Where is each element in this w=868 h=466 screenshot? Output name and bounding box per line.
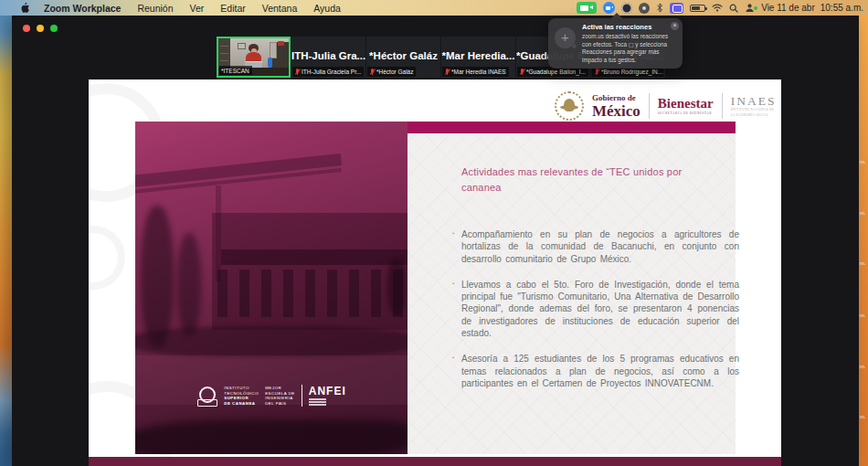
muted-mic-icon — [294, 69, 300, 76]
tooltip-close-icon[interactable]: × — [671, 22, 679, 30]
slide-accent-bar — [408, 122, 736, 133]
background-text-fragment: m. — [860, 364, 866, 369]
search-icon[interactable] — [729, 4, 738, 13]
shared-screen-slide: Gobierno de México Bienestar SECRETARÍA … — [89, 79, 781, 466]
video-active-indicator-icon[interactable] — [577, 2, 597, 14]
desktop-wallpaper-left — [0, 0, 12, 466]
desktop-wallpaper-right: m. m. m. m. m. m. — [859, 16, 868, 466]
award-text-line: INGENIERÍA — [265, 396, 295, 401]
gobierno-de-label: Gobierno de — [592, 94, 640, 102]
user-switch-icon[interactable] — [745, 3, 755, 13]
participant-display-name: *Mar Heredia... — [441, 50, 515, 61]
bluetooth-icon[interactable] — [656, 3, 663, 13]
bienestar-subtitle: SECRETARÍA DE BIENESTAR — [658, 112, 714, 116]
slide-bullet: Llevamos a cabo el 5to. Foro de Investig… — [461, 279, 739, 339]
tooltip-body: zoom.us desactivó las reacciones con efe… — [582, 33, 673, 64]
slide-title: Actividades mas relevantes de “TEC unido… — [461, 164, 712, 196]
background-text-fragment: m. — [860, 414, 866, 419]
menu-ayuda[interactable]: Ayuda — [313, 3, 341, 14]
menu-ver[interactable]: Ver — [190, 3, 205, 14]
participant-tile-active[interactable]: *ITESCAN — [217, 37, 291, 78]
participant-display-name: ITH-Julia Gra... — [291, 50, 365, 61]
participant-tile[interactable]: *Héctor Galáz *Héctor Galáz — [366, 37, 440, 78]
inaes-subtitle-line1: INSTITUTO NACIONAL DE — [731, 109, 777, 111]
tooltip-title: Activa las reacciones — [582, 23, 675, 31]
record-status-icon[interactable] — [621, 3, 632, 14]
menu-editar[interactable]: Editar — [220, 3, 245, 14]
participant-name-label: *Mar Heredia INAES — [451, 69, 506, 75]
award-text-line: DEL PAÍS — [265, 401, 295, 407]
battery-icon[interactable] — [690, 5, 705, 12]
participant-tile[interactable]: ITH-Julia Gra... ITH-Julia Graciela Pr..… — [291, 37, 365, 78]
menu-reunion[interactable]: Reunión — [137, 3, 173, 14]
background-text-fragment: m. — [860, 260, 866, 266]
participant-display-name: *Héctor Galáz — [366, 50, 440, 61]
header-divider — [722, 93, 723, 119]
muted-mic-icon — [444, 69, 450, 76]
macos-menu-bar: Zoom Workplace Reunión Ver Editar Ventan… — [0, 0, 868, 16]
participant-name-label: *Bruno Rodríguez_IN... — [601, 69, 662, 75]
muted-mic-icon — [519, 69, 524, 76]
inaes-subtitle-line2: LA ECONOMÍA SOCIAL — [731, 114, 777, 117]
muted-mic-icon — [369, 69, 375, 76]
header-divider — [649, 93, 650, 119]
gobierno-mexico-eagle-logo — [555, 91, 584, 121]
slide-bullet: Acompañamiento en su plan de negocios a … — [461, 228, 739, 265]
menubar-time[interactable]: 10:55 a.m. — [820, 3, 863, 13]
participant-name-label: ITH-Julia Graciela Pr... — [302, 69, 361, 75]
apple-menu-icon[interactable] — [20, 3, 29, 14]
mexico-label: México — [592, 103, 640, 119]
slide-bullet-list: Acompañamiento en su plan de negocios a … — [461, 228, 739, 403]
slide-bottom-bar — [89, 457, 781, 466]
participant-name-label: *Héctor Galáz — [376, 69, 413, 75]
zoom-meeting-window: *ITESCAN ITH-Julia Gra... ITH-Julia Grac… — [12, 16, 859, 466]
bienestar-logo-text: Bienestar — [658, 97, 714, 111]
background-text-fragment: m. — [860, 159, 866, 164]
slide-bullet: Asesoría a 125 estudiantes de los 5 prog… — [461, 353, 739, 389]
background-text-fragment: m. — [860, 210, 866, 216]
slide-header-logos: Gobierno de México Bienestar SECRETARÍA … — [555, 86, 776, 126]
camera-status-icon[interactable] — [639, 3, 650, 14]
participant-name-label: *Guadalupe Bailon_I... — [526, 69, 586, 75]
screen-mirroring-icon[interactable] — [670, 3, 683, 14]
reactions-tooltip: + Activa las reacciones zoom.us desactiv… — [548, 18, 683, 69]
minimize-window-button[interactable] — [37, 25, 44, 32]
menubar-date[interactable]: Vie 11 de abr — [761, 3, 815, 13]
user-online-dot — [754, 6, 757, 10]
branding-divider — [302, 385, 302, 407]
menu-ventana[interactable]: Ventana — [262, 3, 298, 14]
inaes-logo-text: INAES — [731, 95, 777, 108]
campus-photo: INSTITUTO TECNOLÓGICO SUPERIOR DE CANANE… — [135, 122, 408, 454]
reaction-plus-icon: + — [555, 27, 576, 48]
anfei-logo-text: ANFEI — [309, 386, 346, 397]
desktop-screen: m. m. m. m. m. m. Zoom Workplace Reunión… — [0, 0, 868, 466]
participant-name-label: *ITESCAN — [221, 68, 249, 74]
anfei-years-lines — [309, 398, 346, 406]
watermark-ring — [89, 226, 125, 290]
background-text-fragment: m. — [860, 312, 866, 318]
fullscreen-window-button[interactable] — [50, 25, 58, 32]
itsc-logo-icon — [196, 386, 217, 407]
menu-zoom-workplace[interactable]: Zoom Workplace — [44, 3, 121, 14]
window-traffic-lights — [23, 25, 58, 32]
participant-tile[interactable]: *Mar Heredia... *Mar Heredia INAES — [441, 37, 515, 78]
photo-branding-row: INSTITUTO TECNOLÓGICO SUPERIOR DE CANANE… — [135, 385, 408, 407]
institute-name-line: DE CANANEA — [224, 401, 259, 407]
wifi-icon[interactable] — [712, 4, 723, 12]
muted-mic-icon — [594, 69, 599, 76]
close-window-button[interactable] — [23, 25, 30, 32]
